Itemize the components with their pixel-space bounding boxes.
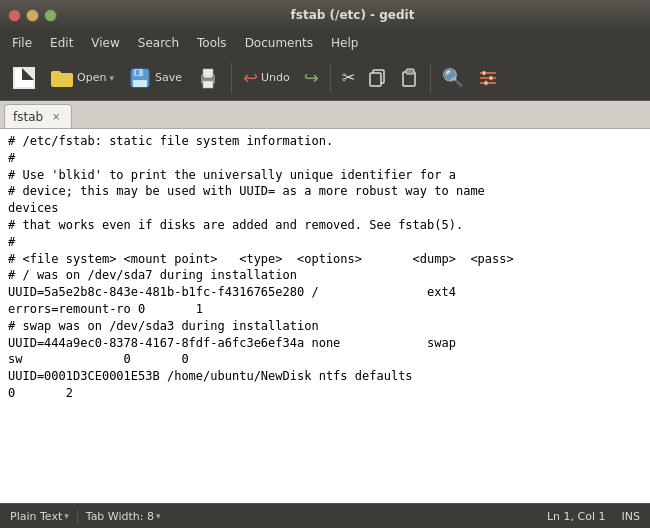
svg-point-15: [482, 71, 486, 75]
print-button[interactable]: [190, 59, 226, 97]
insert-mode-label: INS: [614, 510, 640, 523]
menu-view[interactable]: View: [83, 34, 127, 52]
copy-button[interactable]: [363, 59, 393, 97]
editor-area: [0, 129, 650, 503]
titlebar: fstab (/etc) - gedit: [0, 0, 650, 30]
tab-label: fstab: [13, 110, 43, 124]
save-button[interactable]: Save: [122, 59, 188, 97]
copy-icon: [369, 69, 387, 87]
menu-documents[interactable]: Documents: [237, 34, 321, 52]
undo-label: Undo: [261, 71, 290, 84]
redo-button[interactable]: ↪: [298, 59, 325, 97]
undo-button[interactable]: ↩ Undo: [237, 59, 296, 97]
separator-2: [330, 63, 331, 93]
menu-edit[interactable]: Edit: [42, 34, 81, 52]
window-title: fstab (/etc) - gedit: [63, 8, 642, 22]
search-button[interactable]: 🔍: [436, 59, 470, 97]
print-icon: [196, 66, 220, 90]
folder-icon: [50, 66, 74, 90]
redo-icon: ↪: [304, 67, 319, 88]
language-dropdown-icon: ▾: [64, 511, 69, 521]
menubar: File Edit View Search Tools Documents He…: [0, 30, 650, 55]
tab-width-dropdown-icon: ▾: [156, 511, 161, 521]
save-label: Save: [155, 71, 182, 84]
search-icon: 🔍: [442, 67, 464, 88]
new-icon: [12, 66, 36, 90]
svg-rect-3: [136, 70, 139, 75]
tab-fstab[interactable]: fstab ×: [4, 104, 72, 128]
open-dropdown-icon: ▾: [109, 73, 114, 83]
maximize-button[interactable]: [44, 9, 57, 22]
window-controls: [8, 9, 57, 22]
svg-point-17: [484, 81, 488, 85]
menu-tools[interactable]: Tools: [189, 34, 235, 52]
svg-rect-9: [370, 73, 381, 86]
properties-button[interactable]: [472, 59, 504, 97]
paste-icon: [401, 68, 419, 88]
close-button[interactable]: [8, 9, 21, 22]
statusbar: Plain Text ▾ Tab Width: 8 ▾ Ln 1, Col 1 …: [0, 503, 650, 528]
paste-button[interactable]: [395, 59, 425, 97]
tab-width-label: Tab Width: 8: [86, 510, 154, 523]
menu-search[interactable]: Search: [130, 34, 187, 52]
open-button[interactable]: Open ▾: [44, 59, 120, 97]
undo-icon: ↩: [243, 67, 258, 88]
tabbar: fstab ×: [0, 101, 650, 129]
svg-rect-5: [203, 69, 213, 76]
cursor-position: Ln 1, Col 1: [547, 510, 614, 523]
editor-textarea[interactable]: [0, 129, 650, 503]
language-selector[interactable]: Plain Text ▾: [10, 510, 78, 523]
svg-rect-6: [203, 81, 213, 88]
position-label: Ln 1, Col 1: [547, 510, 606, 523]
svg-rect-7: [204, 76, 212, 78]
tab-close-button[interactable]: ×: [49, 110, 63, 124]
cut-icon: ✂: [342, 68, 355, 87]
menu-file[interactable]: File: [4, 34, 40, 52]
minimize-button[interactable]: [26, 9, 39, 22]
tab-width-selector[interactable]: Tab Width: 8 ▾: [78, 510, 169, 523]
open-label: Open: [77, 71, 106, 84]
language-label: Plain Text: [10, 510, 62, 523]
settings-icon: [478, 68, 498, 88]
svg-point-16: [489, 76, 493, 80]
toolbar: Open ▾ Save ↩ Undo ↪: [0, 55, 650, 101]
separator-1: [231, 63, 232, 93]
svg-rect-2: [133, 80, 147, 87]
separator-3: [430, 63, 431, 93]
statusbar-left: Plain Text ▾ Tab Width: 8 ▾: [10, 510, 547, 523]
svg-rect-11: [406, 69, 414, 74]
save-icon: [128, 66, 152, 90]
new-button[interactable]: [6, 59, 42, 97]
cut-button[interactable]: ✂: [336, 59, 361, 97]
menu-help[interactable]: Help: [323, 34, 366, 52]
statusbar-right: Ln 1, Col 1 INS: [547, 510, 640, 523]
